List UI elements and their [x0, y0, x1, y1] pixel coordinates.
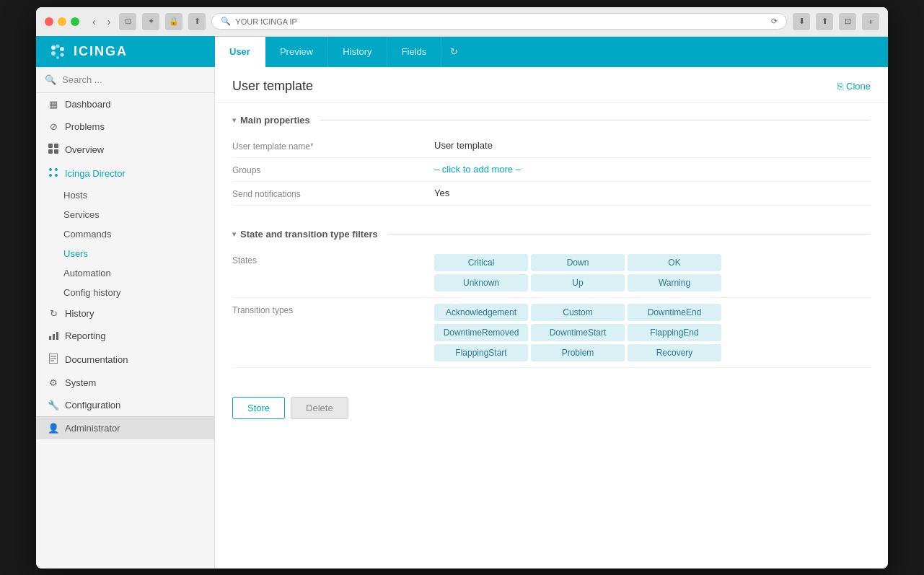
browser-window: ‹ › ⊡ ✦ 🔒 ⬆ 🔍 YOUR ICINGA IP ⟳ ⬇ ⬆ ⊡ + — [36, 7, 888, 569]
field-row-send-notifications: Send notifications Yes — [232, 182, 871, 206]
sidebar-item-history[interactable]: ↻ History — [36, 302, 214, 325]
admin-bar[interactable]: 👤 Administrator — [36, 416, 214, 439]
sidebar-item-icinga-director[interactable]: Icinga Director — [36, 162, 214, 185]
field-value-states: Critical Down OK Unknown Up Warning — [434, 254, 871, 291]
sidebar-subitem-users[interactable]: Users — [36, 244, 214, 263]
top-nav: iCinga User Preview History Fields ↻ — [36, 37, 888, 67]
state-unknown: Unknown — [434, 274, 528, 291]
reader-icon[interactable]: ⊡ — [119, 13, 136, 30]
close-button[interactable] — [45, 17, 53, 26]
main-content: User template ⎘ Clone ▾ Main properties … — [215, 67, 888, 569]
sidebar-subitem-automation[interactable]: Automation — [36, 263, 214, 283]
states-grid: Critical Down OK Unknown Up Warning — [434, 254, 871, 291]
reporting-icon — [48, 330, 59, 342]
transition-acknowledgement: Acknowledgement — [434, 304, 528, 321]
tab-user[interactable]: User — [215, 37, 265, 67]
svg-point-4 — [61, 53, 64, 56]
svg-point-3 — [60, 47, 64, 51]
state-filters-header[interactable]: ▾ State and transition type filters — [232, 229, 871, 240]
sidebar-item-overview[interactable]: Overview — [36, 138, 214, 162]
browser-actions: ⬇ ⬆ ⊡ + — [793, 13, 879, 30]
share-action-icon[interactable]: ⬆ — [816, 13, 833, 30]
page-title: User template — [232, 79, 313, 94]
sidebar-item-documentation[interactable]: Documentation — [36, 348, 214, 372]
svg-point-1 — [51, 51, 56, 56]
field-value-groups[interactable]: – click to add more – — [434, 164, 871, 175]
state-warning: Warning — [628, 274, 721, 291]
state-down: Down — [531, 254, 625, 271]
page-header: User template ⎘ Clone — [215, 67, 888, 103]
svg-rect-8 — [48, 149, 53, 154]
sidebar-item-problems[interactable]: ⊘ Problems — [36, 115, 214, 138]
shield-icon[interactable]: 🔒 — [165, 13, 182, 30]
sidebar-item-system[interactable]: ⚙ System — [36, 372, 214, 394]
state-ok: OK — [628, 254, 721, 271]
logo-area: iCinga — [36, 36, 215, 68]
tab-refresh-button[interactable]: ↻ — [441, 37, 467, 67]
tab-history[interactable]: History — [328, 37, 387, 67]
svg-point-5 — [56, 56, 59, 59]
transition-problem: Problem — [531, 344, 625, 361]
main-properties-section: ▾ Main properties User template name* Us… — [215, 103, 888, 217]
new-tab-icon[interactable]: + — [862, 13, 879, 30]
svg-rect-16 — [56, 332, 58, 340]
sidebar-subitem-services[interactable]: Services — [36, 205, 214, 224]
field-row-states: States Critical Down OK Unknown Up Warni… — [232, 248, 871, 298]
state-critical: Critical — [434, 254, 528, 271]
forward-button[interactable]: › — [105, 14, 114, 29]
share-icon[interactable]: ⬆ — [188, 13, 206, 30]
field-label-groups: Groups — [232, 164, 434, 175]
sidebar-subitem-commands[interactable]: Commands — [36, 224, 214, 244]
chevron-icon: ▾ — [232, 230, 236, 238]
svg-rect-7 — [54, 144, 58, 148]
sidebar-item-reporting[interactable]: Reporting — [36, 325, 214, 348]
transition-recovery: Recovery — [628, 344, 721, 361]
store-button[interactable]: Store — [232, 397, 285, 419]
system-icon: ⚙ — [48, 377, 59, 388]
svg-rect-15 — [53, 334, 55, 340]
tabs-area: User Preview History Fields ↻ — [215, 37, 467, 67]
back-button[interactable]: ‹ — [89, 14, 99, 29]
buttons-row: Store Delete — [215, 385, 888, 431]
icinga-logo-icon — [48, 42, 68, 62]
fullscreen-button[interactable] — [71, 17, 79, 26]
transition-downtime-end: DowntimeEnd — [628, 304, 721, 321]
history-icon: ↻ — [48, 308, 59, 319]
delete-button[interactable]: Delete — [291, 397, 348, 419]
split-icon[interactable]: ⊡ — [839, 13, 856, 30]
problems-icon: ⊘ — [48, 121, 59, 132]
minimize-button[interactable] — [58, 17, 66, 26]
field-row-transitions: Transition types Acknowledgement Custom … — [232, 298, 871, 368]
tab-preview[interactable]: Preview — [265, 37, 328, 67]
sidebar-subitem-config-history[interactable]: Config history — [36, 283, 214, 302]
svg-point-11 — [55, 168, 58, 171]
field-row-template-name: User template name* User template — [232, 134, 871, 158]
transition-downtime-removed: DowntimeRemoved — [434, 324, 528, 341]
sidebar-item-dashboard[interactable]: ▦ Dashboard — [36, 93, 214, 115]
address-text: YOUR ICINGA IP — [235, 17, 297, 26]
tab-fields[interactable]: Fields — [387, 37, 442, 67]
svg-point-2 — [56, 44, 60, 48]
svg-point-12 — [49, 174, 52, 177]
extensions-icon[interactable]: ✦ — [142, 13, 159, 30]
svg-point-10 — [49, 168, 52, 171]
search-item[interactable]: 🔍 Search ... — [36, 67, 214, 93]
chevron-icon: ▾ — [232, 116, 236, 124]
sidebar-subitem-hosts[interactable]: Hosts — [36, 185, 214, 205]
overview-icon — [48, 144, 59, 156]
clone-button[interactable]: ⎘ Clone — [837, 81, 871, 92]
download-icon[interactable]: ⬇ — [793, 13, 810, 30]
director-icon — [48, 167, 59, 180]
field-label-transitions: Transition types — [232, 304, 434, 315]
main-properties-header[interactable]: ▾ Main properties — [232, 115, 871, 126]
sidebar-item-configuration[interactable]: 🔧 Configuration — [36, 394, 214, 416]
documentation-icon — [48, 354, 59, 366]
reload-button[interactable]: ⟳ — [771, 17, 778, 26]
address-bar[interactable]: 🔍 YOUR ICINGA IP ⟳ — [211, 13, 787, 30]
svg-rect-6 — [48, 144, 53, 148]
state-up: Up — [531, 274, 625, 291]
svg-rect-9 — [54, 149, 58, 154]
transition-flapping-end: FlappingEnd — [628, 324, 721, 341]
app-container: 🔍 Search ... ▦ Dashboard ⊘ Problems Over… — [36, 67, 888, 569]
field-label-states: States — [232, 254, 434, 265]
